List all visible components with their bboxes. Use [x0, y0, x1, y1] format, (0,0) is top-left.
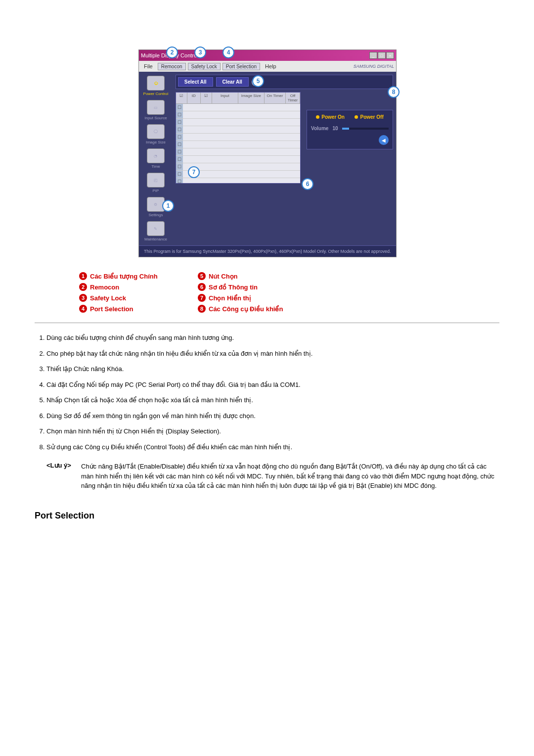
- callout-8: 8: [388, 86, 400, 98]
- menu-file[interactable]: File: [141, 63, 156, 70]
- menu-remocon[interactable]: Remocon: [158, 63, 186, 70]
- col-input: Input: [212, 93, 238, 103]
- maximize-button[interactable]: □: [378, 52, 386, 59]
- row-checkbox[interactable]: ☐: [176, 104, 183, 111]
- desc-item-3: Thiết lập Chức năng Khóa.: [46, 364, 499, 374]
- power-off-radio[interactable]: Power Off: [355, 114, 383, 120]
- menu-port-selection[interactable]: Port Selection: [222, 63, 260, 70]
- desc-item-5: Nhấp Chọn tất cả hoặc Xóa để chọn hoặc x…: [46, 395, 499, 405]
- maintenance-icon: ✎: [147, 221, 165, 236]
- desc-item-8: Sử dụng các Công cụ Điều khiển (Control …: [46, 442, 499, 452]
- legend-text-2: Remocon: [90, 284, 119, 291]
- control-tools: Power On Power Off Volume 10: [304, 92, 393, 184]
- brand-label: SAMSUNG DIGITAL: [354, 64, 394, 69]
- legend-bullet-8: 8: [198, 305, 206, 313]
- minimize-button[interactable]: _: [369, 52, 377, 59]
- legend-bullet-6: 6: [198, 283, 206, 291]
- note-row: <Lưu ý> Chức năng Bật/Tắt (Enable/Disabl…: [46, 462, 499, 491]
- sidebar-label: Image Size: [146, 140, 166, 144]
- sidebar-label: Power Control: [143, 92, 169, 96]
- col-checkbox: ☑: [176, 93, 187, 103]
- select-all-button[interactable]: Select All: [178, 77, 213, 87]
- legend-text-8: Các Công cụ Điều khiển: [209, 305, 283, 313]
- row-checkbox[interactable]: ☐: [176, 178, 183, 183]
- time-icon: ◔: [147, 148, 165, 163]
- row-checkbox[interactable]: ☐: [176, 119, 183, 126]
- row-checkbox[interactable]: ☐: [176, 141, 183, 148]
- col-off-timer: Off Timer: [286, 93, 300, 103]
- legend-table: 1 Các Biểu tượng Chính 5 Nút Chọn 2 Remo…: [79, 272, 455, 313]
- clear-all-button[interactable]: Clear All: [216, 77, 249, 87]
- menu-safety-lock[interactable]: Safety Lock: [188, 63, 221, 70]
- menubar: File Remocon Safety Lock Port Selection …: [139, 61, 396, 72]
- volume-label: Volume: [311, 126, 328, 131]
- image-size-icon: 🖵: [147, 124, 165, 139]
- legend-bullet-7: 7: [198, 294, 206, 302]
- power-off-label: Power Off: [360, 114, 383, 120]
- legend-bullet-2: 2: [79, 283, 87, 291]
- desc-item-4: Cài đặt Cổng Nối tiếp máy PC (PC Serial …: [46, 380, 499, 390]
- sidebar-label: PIP: [152, 189, 159, 193]
- row-checkbox[interactable]: ☐: [176, 148, 183, 155]
- legend-bullet-1: 1: [79, 272, 87, 280]
- callout-3: 3: [194, 47, 206, 58]
- row-checkbox[interactable]: ☐: [176, 156, 183, 163]
- col-id: ID: [187, 93, 201, 103]
- app-screenshot: 2 3 4 5 6 7 8 1 Multiple Display Control…: [138, 49, 396, 257]
- row-checkbox[interactable]: ☐: [176, 111, 183, 118]
- callout-5: 5: [252, 75, 264, 87]
- action-row: Select All Clear All: [176, 75, 393, 89]
- row-checkbox[interactable]: ☐: [176, 126, 183, 133]
- sidebar-label: Time: [151, 164, 160, 169]
- power-on-label: Power On: [321, 114, 345, 120]
- volume-slider[interactable]: [342, 128, 389, 130]
- sidebar-pip[interactable]: ◰ PIP: [139, 171, 173, 195]
- section-title-port-selection: Port Selection: [35, 511, 499, 521]
- sidebar-input-source[interactable]: ▭ Input Source: [139, 98, 173, 122]
- sidebar-power-control[interactable]: ⏻ Power Control: [139, 74, 173, 98]
- legend-text-1: Các Biểu tượng Chính: [90, 273, 158, 280]
- callout-7: 7: [188, 166, 200, 178]
- power-icon: ⏻: [147, 76, 165, 91]
- sidebar: ⏻ Power Control ▭ Input Source 🖵 Image S…: [139, 72, 173, 245]
- close-button[interactable]: ×: [386, 52, 394, 59]
- desc-item-2: Cho phép bật hay tắt chức năng nhận tín …: [46, 349, 499, 359]
- legend-bullet-4: 4: [79, 305, 87, 313]
- footer-note: This Program is for Samsung SyncMaster 3…: [139, 245, 396, 257]
- row-checkbox[interactable]: ☐: [176, 134, 183, 141]
- legend-text-7: Chọn Hiển thị: [209, 294, 251, 302]
- desc-item-6: Dùng Sơ đồ để xem thông tin ngắn gọn về …: [46, 411, 499, 421]
- legend-text-6: Sơ đồ Thông tin: [209, 284, 258, 291]
- app-window: Multiple Display Control _ □ × File Remo…: [138, 49, 397, 257]
- sidebar-label: Input Source: [144, 116, 167, 120]
- sidebar-label: Maintenance: [144, 237, 167, 241]
- legend-text-4: Port Selection: [90, 305, 133, 313]
- sidebar-label: Settings: [148, 213, 163, 217]
- desc-item-7: Chọn màn hình hiển thị từ Chọn Hiển thị …: [46, 426, 499, 436]
- main-panel: Select All Clear All ☑ ID ☑ Input Image …: [173, 72, 396, 245]
- sidebar-maintenance[interactable]: ✎ Maintenance: [139, 219, 173, 243]
- callout-4: 4: [222, 47, 234, 58]
- power-on-radio[interactable]: Power On: [316, 114, 345, 120]
- description-list: Dùng các biểu tượng chính để chuyển sang…: [35, 333, 499, 452]
- legend-bullet-3: 3: [79, 294, 87, 302]
- col-status: ☑: [201, 93, 212, 103]
- col-on-timer: On Timer: [265, 93, 286, 103]
- legend-text-5: Nút Chọn: [209, 273, 238, 280]
- separator: [35, 323, 499, 323]
- legend-bullet-5: 5: [198, 272, 206, 280]
- menu-help[interactable]: Help: [262, 63, 279, 70]
- col-image-size: Image Size: [238, 93, 265, 103]
- callout-2: 2: [166, 47, 178, 58]
- mute-icon[interactable]: ◀: [379, 135, 389, 145]
- sidebar-time[interactable]: ◔ Time: [139, 146, 173, 171]
- pip-icon: ◰: [147, 173, 165, 188]
- row-checkbox[interactable]: ☐: [176, 163, 183, 170]
- callout-1: 1: [162, 200, 174, 212]
- input-icon: ▭: [147, 100, 165, 115]
- desc-item-1: Dùng các biểu tượng chính để chuyển sang…: [46, 333, 499, 343]
- note-body: Chức năng Bật/Tắt (Enable/Disable) điều …: [81, 462, 499, 491]
- sidebar-image-size[interactable]: 🖵 Image Size: [139, 122, 173, 146]
- volume-value: 10: [332, 126, 338, 131]
- row-checkbox[interactable]: ☐: [176, 171, 183, 178]
